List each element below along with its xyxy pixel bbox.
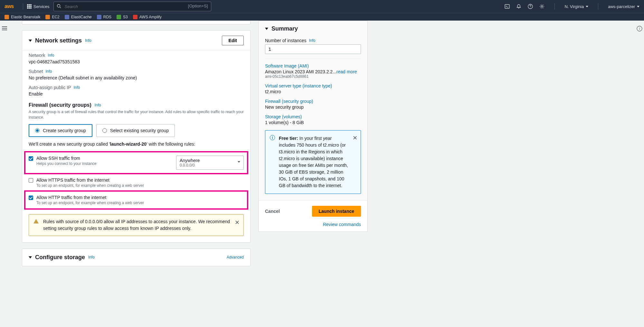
info-link[interactable]: Info <box>88 255 95 259</box>
favorite-label: Elastic Beanstalk <box>11 15 40 19</box>
edit-button[interactable]: Edit <box>222 36 244 45</box>
highlight-http: Allow HTTP traffic from the internet To … <box>24 190 248 210</box>
account-label: aws-parcelizer <box>608 4 635 9</box>
firewall-help: A security group is a set of firewall ru… <box>29 109 244 120</box>
right-gutter: i <box>635 21 644 279</box>
summary-title: Summary <box>271 25 298 32</box>
ami-link[interactable]: Software Image (AMI) <box>265 63 361 68</box>
free-tier-box: i ✕ Free tier: In your first year includ… <box>265 130 361 194</box>
collapse-toggle[interactable] <box>29 256 32 259</box>
region-selector[interactable]: N. Virginia <box>564 4 588 9</box>
free-tier-text: In your first year includes 750 hours of… <box>279 136 348 188</box>
favorite-item[interactable]: RDS <box>97 15 111 19</box>
info-link[interactable]: Info <box>85 38 91 43</box>
autoip-label: Auto-assign public IP <box>29 85 71 90</box>
cloudshell-icon[interactable] <box>504 4 510 9</box>
http-help: To set up an endpoint, for example when … <box>36 201 244 205</box>
advanced-link[interactable]: Advanced <box>227 255 244 259</box>
num-instances-input[interactable] <box>265 44 361 54</box>
instance-type-link[interactable]: Virtual server type (instance type) <box>265 83 361 88</box>
num-instances-label: Number of instances <box>265 38 306 43</box>
favorite-label: EC2 <box>52 15 59 19</box>
checkbox-ssh[interactable] <box>29 156 33 161</box>
warning-icon <box>33 219 39 223</box>
info-link[interactable]: Info <box>309 38 315 43</box>
summary-sg-link[interactable]: Firewall (security group) <box>265 99 361 104</box>
search-hint: [Option+S] <box>188 4 208 8</box>
favorite-item[interactable]: AWS Amplify <box>133 15 162 19</box>
left-gutter <box>0 21 9 279</box>
search-icon <box>57 4 61 8</box>
service-icon <box>45 15 50 19</box>
highlight-ssh: Allow SSH traffic from Helps you connect… <box>24 151 248 174</box>
caret-down-icon <box>238 161 240 163</box>
info-link[interactable]: Info <box>95 103 101 107</box>
https-help: To set up an endpoint, for example when … <box>36 183 244 188</box>
favorite-label: RDS <box>103 15 111 19</box>
info-panel-toggle[interactable]: i <box>637 26 642 279</box>
account-selector[interactable]: aws-parcelizer <box>608 4 639 9</box>
service-icon <box>133 15 137 19</box>
top-nav: aws Services [Option+S] N. Virginia <box>0 0 644 13</box>
radio-existing-sg[interactable]: Select existing security group <box>96 124 175 137</box>
review-commands-link[interactable]: Review commands <box>259 222 367 232</box>
topnav-right: N. Virginia aws-parcelizer <box>504 3 639 10</box>
svg-point-0 <box>57 5 60 7</box>
ssh-source-select[interactable]: Anywhere 0.0.0.0/0 <box>176 156 244 170</box>
favorite-item[interactable]: ElastiCache <box>65 15 92 19</box>
notifications-icon[interactable] <box>516 4 522 9</box>
read-more-link[interactable]: read more <box>336 69 357 74</box>
info-icon: i <box>270 135 275 140</box>
radio-create-sg[interactable]: Create security group <box>29 124 92 137</box>
info-link[interactable]: Info <box>74 85 80 90</box>
favorite-item[interactable]: Elastic Beanstalk <box>5 15 40 19</box>
close-icon[interactable]: ✕ <box>235 218 240 227</box>
settings-icon[interactable] <box>539 4 545 9</box>
aws-logo[interactable]: aws <box>5 4 14 9</box>
autoip-value: Enable <box>29 91 244 96</box>
radio-icon <box>102 128 107 133</box>
favorite-label: AWS Amplify <box>139 15 162 19</box>
panel-title: Network settings <box>35 37 82 44</box>
svg-point-4 <box>541 6 543 7</box>
info-link[interactable]: Info <box>48 53 54 58</box>
nav-separator <box>554 3 555 10</box>
favorite-item[interactable]: S3 <box>117 15 128 19</box>
summary-panel: Summary Number of instances Info Softwar… <box>258 21 368 232</box>
subnet-label: Subnet <box>29 69 43 74</box>
divider <box>265 59 361 59</box>
storage-link[interactable]: Storage (volumes) <box>265 114 361 119</box>
help-icon[interactable] <box>527 4 533 9</box>
nav-separator <box>598 3 598 10</box>
search-input[interactable] <box>53 2 211 11</box>
favorite-label: S3 <box>123 15 128 19</box>
instance-type-value: t2.micro <box>265 89 361 94</box>
svg-text:i: i <box>639 27 640 31</box>
service-icon <box>117 15 121 19</box>
launch-instance-button[interactable]: Launch instance <box>312 206 361 217</box>
close-icon[interactable]: ✕ <box>353 134 357 142</box>
services-label: Services <box>33 4 50 9</box>
sidebar-toggle[interactable] <box>2 26 7 30</box>
region-label: N. Virginia <box>564 4 584 9</box>
radio-create-label: Create security group <box>43 128 86 133</box>
services-menu[interactable]: Services <box>27 4 50 9</box>
checkbox-https[interactable] <box>29 178 33 183</box>
collapse-toggle[interactable] <box>265 28 268 30</box>
svg-line-1 <box>60 7 61 8</box>
info-link[interactable]: Info <box>45 69 52 74</box>
collapse-toggle[interactable] <box>29 40 32 42</box>
ami-id: ami-05c13eab67c5d8861 <box>265 74 361 79</box>
cancel-button[interactable]: Cancel <box>265 209 280 214</box>
search-wrap: [Option+S] <box>53 2 211 11</box>
caret-down-icon <box>637 6 639 7</box>
warning-text: Rules with source of 0.0.0.0/0 allow all… <box>43 219 230 231</box>
radio-icon <box>35 128 40 133</box>
network-value: vpc-046827aad75351583 <box>29 59 244 64</box>
ssh-select-sub: 0.0.0.0/0 <box>180 163 240 168</box>
configure-storage-panel: Configure storage Info Advanced <box>22 249 251 266</box>
ssh-help: Helps you connect to your instance <box>36 161 173 166</box>
sg-description: We'll create a new security group called… <box>29 141 244 147</box>
checkbox-http[interactable] <box>29 195 33 200</box>
favorite-item[interactable]: EC2 <box>45 15 59 19</box>
